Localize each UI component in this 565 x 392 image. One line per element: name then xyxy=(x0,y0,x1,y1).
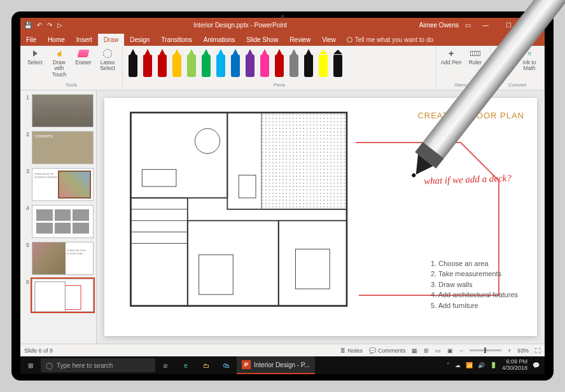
bulb-icon xyxy=(347,37,352,43)
pen-3[interactable] xyxy=(171,49,183,77)
tab-view[interactable]: View xyxy=(316,34,342,46)
select-tool[interactable]: Select xyxy=(24,48,46,78)
tab-review[interactable]: Review xyxy=(284,34,316,46)
group-pens: Pens xyxy=(123,46,436,90)
tab-animations[interactable]: Animations xyxy=(198,34,241,46)
thumb-6[interactable] xyxy=(32,279,94,312)
thumb-4[interactable] xyxy=(32,205,94,238)
view-slideshow-icon[interactable]: ▣ xyxy=(447,347,453,354)
step-1: 1. Choose an area xyxy=(431,258,518,269)
pen-7[interactable] xyxy=(229,49,242,77)
pen-12[interactable] xyxy=(302,49,315,77)
eraser-tool[interactable]: Eraser xyxy=(73,48,94,78)
thumb-5[interactable]: PURPOSE OF A FLOOR PLAN xyxy=(32,242,94,275)
slide-thumbnails[interactable]: 1 2 CONTENTS 3 PRINCIPLES OFINTERIOR DES… xyxy=(20,90,97,344)
thumb-2[interactable]: CONTENTS xyxy=(32,131,94,164)
step-3: 3. Draw walls xyxy=(431,279,518,290)
battery-icon[interactable]: 🔋 xyxy=(490,362,497,368)
taskbar-search[interactable]: ◯ Type here to search xyxy=(41,358,155,372)
tell-me[interactable]: Tell me what you want to do xyxy=(342,34,438,46)
step-2: 2. Take measurements xyxy=(431,269,518,279)
pen-11[interactable] xyxy=(288,49,300,77)
work-area: 1 2 CONTENTS 3 PRINCIPLES OFINTERIOR DES… xyxy=(20,90,545,344)
tab-design[interactable]: Design xyxy=(124,34,155,46)
slide-counter[interactable]: Slide 6 of 8 xyxy=(24,347,53,354)
ruler-button[interactable]: Ruler xyxy=(464,48,486,66)
document-title: Interior Design.pptx - PowerPoint xyxy=(66,22,414,29)
tab-draw[interactable]: Draw xyxy=(98,34,124,46)
wifi-icon[interactable]: 📶 xyxy=(466,362,473,368)
pen-10[interactable] xyxy=(273,49,286,77)
task-view-icon[interactable]: ⎚ xyxy=(155,356,176,374)
pen-1[interactable] xyxy=(141,49,154,77)
action-center-icon[interactable]: 💬 xyxy=(533,362,540,368)
thumb-1[interactable] xyxy=(32,94,94,127)
convert-label: Convert xyxy=(494,81,540,88)
system-tray[interactable]: ˄ ☁ 📶 🔊 🔋 6:09 PM 4/30/2018 💬 xyxy=(442,359,545,372)
quick-access: 💾 ↶ ↷ ▷ xyxy=(20,22,66,29)
tab-home[interactable]: Home xyxy=(42,34,71,46)
tab-slideshow[interactable]: Slide Show xyxy=(241,34,284,46)
edge-icon[interactable]: e xyxy=(176,356,196,374)
cortana-icon: ◯ xyxy=(46,362,53,369)
zoom-in-icon[interactable]: + xyxy=(508,347,511,354)
pen-6[interactable] xyxy=(214,49,227,77)
pen-2[interactable] xyxy=(156,49,169,77)
view-reading-icon[interactable]: ▭ xyxy=(435,347,441,354)
lasso-tool[interactable]: Lasso Select xyxy=(97,48,118,78)
powerpoint-icon: P xyxy=(242,360,251,369)
notes-button[interactable]: ≣ Notes xyxy=(340,347,363,354)
tab-transitions[interactable]: Transitions xyxy=(155,34,198,46)
add-pen-button[interactable]: + Add Pen xyxy=(440,48,462,66)
explorer-icon[interactable]: 🗀 xyxy=(196,356,216,374)
fit-icon[interactable]: ⛶ xyxy=(535,347,541,354)
slide-canvas[interactable]: CREATE A FLOOR PLAN what if we add a dec… xyxy=(97,90,545,344)
zoom-out-icon[interactable]: − xyxy=(459,347,463,354)
slide[interactable]: CREATE A FLOOR PLAN what if we add a dec… xyxy=(104,98,537,336)
pen-5[interactable] xyxy=(200,49,213,77)
comments-button[interactable]: 💬 Comments xyxy=(369,347,406,354)
tray-up-icon[interactable]: ˄ xyxy=(447,362,450,368)
draw-touch-tool[interactable]: ☝ Draw with Touch xyxy=(48,48,70,78)
pen-8[interactable] xyxy=(244,49,256,77)
clock-date: 4/30/2018 xyxy=(502,365,527,372)
ribbon: Select ☝ Draw with Touch Eraser Lasso Se… xyxy=(20,46,545,90)
onedrive-icon[interactable]: ☁ xyxy=(455,362,461,368)
pen-13[interactable] xyxy=(317,49,330,77)
search-placeholder: Type here to search xyxy=(57,362,113,369)
tab-file[interactable]: File xyxy=(20,34,42,46)
pointer-icon xyxy=(33,50,38,57)
redo-icon[interactable]: ↷ xyxy=(47,22,52,29)
pen-14[interactable] xyxy=(331,49,344,77)
start-button[interactable]: ⊞ xyxy=(20,356,41,374)
taskbar-app-powerpoint[interactable]: P Interior Design - P... xyxy=(237,356,315,374)
close-button[interactable]: ✕ xyxy=(523,22,540,29)
ribbon-options-icon[interactable]: ▭ xyxy=(465,22,471,29)
ruler-icon xyxy=(470,51,480,56)
save-icon[interactable]: 💾 xyxy=(24,22,32,29)
group-tools: Select ☝ Draw with Touch Eraser Lasso Se… xyxy=(20,46,123,90)
view-normal-icon[interactable]: ▦ xyxy=(412,347,417,354)
pen-4[interactable] xyxy=(185,49,198,77)
undo-icon[interactable]: ↶ xyxy=(37,22,42,29)
zoom-slider[interactable] xyxy=(470,349,501,351)
user-name[interactable]: Aimee Owens xyxy=(419,22,459,29)
thumb-3[interactable]: PRINCIPLES OFINTERIOR DESIGN xyxy=(32,168,94,201)
volume-icon[interactable]: 🔊 xyxy=(478,362,485,368)
tab-insert[interactable]: Insert xyxy=(71,34,98,46)
pen-0[interactable] xyxy=(127,49,139,77)
store-icon[interactable]: 🛍 xyxy=(216,356,237,374)
zoom-level[interactable]: 93% xyxy=(517,347,529,354)
view-sorter-icon[interactable]: ⊞ xyxy=(424,347,429,354)
group-stencils: + Add Pen Ruler Stencils xyxy=(436,46,491,90)
pen-9[interactable] xyxy=(258,49,271,77)
eraser-icon xyxy=(77,50,89,57)
step-4: 4. Add architectural features xyxy=(431,290,518,300)
maximize-button[interactable]: ☐ xyxy=(500,22,517,29)
tools-label: Tools xyxy=(24,81,118,88)
ink-to-shape-button[interactable]: Ink to Shape xyxy=(494,48,516,72)
ink-to-math-button[interactable]: π Ink to Math xyxy=(519,48,540,72)
status-bar: Slide 6 of 8 ≣ Notes 💬 Comments ▦ ⊞ ▭ ▣ … xyxy=(20,344,545,356)
minimize-button[interactable]: — xyxy=(477,22,494,29)
start-icon[interactable]: ▷ xyxy=(57,22,62,29)
